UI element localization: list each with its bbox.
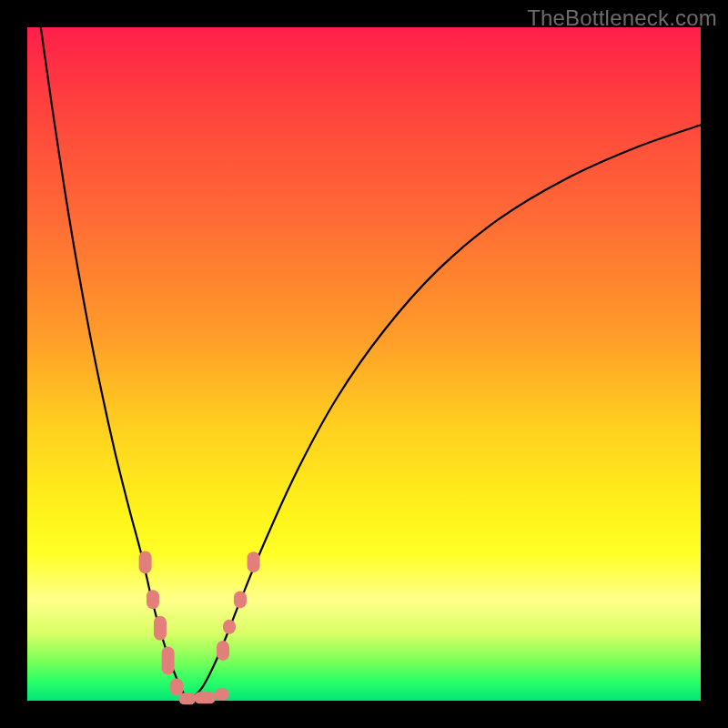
curve-layer bbox=[27, 27, 701, 701]
plot-area bbox=[27, 27, 701, 701]
data-marker bbox=[234, 591, 247, 608]
chart-frame: TheBottleneck.com bbox=[0, 0, 728, 728]
left-curve bbox=[41, 27, 189, 701]
data-marker bbox=[217, 640, 229, 660]
data-marker bbox=[161, 646, 175, 674]
data-marker bbox=[223, 619, 236, 633]
data-marker bbox=[154, 616, 167, 641]
data-marker bbox=[215, 688, 229, 700]
data-marker bbox=[247, 551, 260, 573]
data-marker bbox=[147, 590, 159, 609]
right-curve bbox=[189, 125, 701, 701]
data-marker bbox=[195, 692, 217, 703]
data-marker bbox=[138, 551, 152, 574]
